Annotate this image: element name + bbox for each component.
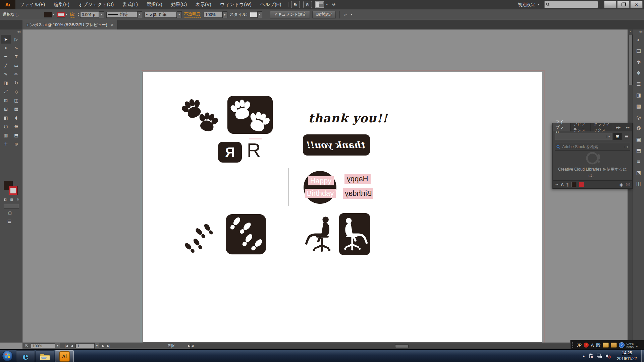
drag-handle-icon[interactable] (572, 342, 575, 348)
ime-options-icon[interactable]: ▼ (636, 345, 638, 348)
opacity-label[interactable]: 不透明度: (184, 11, 201, 18)
cursor-options-icon[interactable]: ➢ (343, 12, 347, 17)
ime-tools-icon[interactable] (603, 343, 609, 348)
artwork-empty-rectangle[interactable] (211, 168, 288, 206)
chevron-down-icon[interactable]: ▼ (257, 11, 262, 18)
style-swatch[interactable] (250, 12, 257, 17)
menu-type[interactable]: 書式(T) (118, 0, 142, 9)
tool-zoom[interactable]: ⊕ (11, 139, 21, 148)
menu-edit[interactable]: 編集(E) (49, 0, 74, 9)
artwork-thank-you-text[interactable]: thank you!! (308, 111, 388, 125)
width-profile-select[interactable]: 均等 (106, 12, 137, 18)
taskbar-clock[interactable]: 14:25 2016/11/22 (612, 350, 641, 362)
taskbar-explorer-button[interactable] (36, 350, 54, 362)
color-asset-swatch-brown[interactable] (571, 182, 576, 187)
first-artboard-icon[interactable]: |◀ (65, 344, 68, 348)
kana-indicator[interactable]: KANA (627, 345, 634, 348)
color-asset-swatch-red[interactable] (579, 182, 584, 187)
help-search-box[interactable] (544, 1, 598, 8)
chevron-down-icon[interactable]: ▼ (99, 11, 104, 18)
show-desktop-button[interactable] (641, 350, 644, 362)
chevron-down-icon[interactable]: ▼ (537, 3, 540, 6)
close-button[interactable]: ✕ (630, 1, 643, 8)
panel-stroke-icon[interactable]: ☰ (633, 78, 644, 89)
chevron-down-icon[interactable]: ▼ (65, 13, 68, 16)
chevron-down-icon[interactable]: ▼ (326, 3, 328, 6)
birthday-band[interactable]: Birthday (305, 189, 336, 198)
tool-perspective-grid[interactable]: ⊞ (1, 105, 11, 113)
paragraph-style-icon[interactable]: ¶ (567, 182, 569, 187)
artwork-footprints[interactable] (183, 220, 220, 255)
show-hidden-icons[interactable]: ▲ (582, 354, 585, 358)
mirrored-happy-band[interactable]: Happy (344, 174, 371, 184)
tool-width[interactable]: ◇ (11, 87, 21, 96)
minimize-button[interactable]: — (604, 1, 616, 8)
document-setup-button[interactable]: ドキュメント設定 (270, 11, 310, 18)
stroke-weight-label[interactable]: 線: (70, 11, 75, 18)
tool-magic-wand[interactable]: ✦ (1, 44, 11, 52)
panel-swatches-icon[interactable]: ▤ (633, 45, 644, 56)
brush-select[interactable]: • 5 pt. 丸筆 (145, 12, 177, 18)
panel-symbols-icon[interactable]: ❖ (633, 67, 644, 78)
ime-input-mode[interactable]: A (591, 343, 594, 348)
chevron-down-icon[interactable]: ▼ (625, 146, 629, 148)
chevron-down-icon[interactable]: ▼ (350, 13, 353, 16)
tool-pen[interactable]: ✒ (1, 52, 11, 61)
tool-lasso[interactable]: ∿ (11, 44, 21, 52)
tool-selection[interactable]: ➤ (1, 35, 11, 44)
menu-view[interactable]: 表示(V) (191, 0, 216, 9)
grid-view-button[interactable]: ⊞ (613, 133, 622, 140)
tool-shape-builder[interactable]: ◫ (11, 96, 21, 105)
search-input[interactable] (551, 2, 596, 7)
stroke-color-swatch[interactable] (57, 12, 65, 17)
stock-button[interactable]: St (303, 1, 312, 8)
export-icon[interactable]: ⇱ (25, 344, 28, 348)
start-button[interactable] (2, 350, 13, 362)
ime-minimize-icon[interactable]: — (636, 342, 638, 345)
panel-appearance-icon[interactable]: ◎ (633, 112, 644, 123)
tool-line-segment[interactable]: ╱ (1, 61, 11, 70)
artwork-paw-prints[interactable] (179, 97, 220, 132)
stroke-width-field[interactable]: 0.001 p (80, 12, 99, 18)
panel-transparency-icon[interactable]: ▩ (633, 101, 644, 112)
restore-button[interactable] (617, 1, 630, 8)
panel-layers-icon[interactable]: ▣ (633, 134, 644, 145)
chevron-down-icon[interactable]: ▼ (137, 11, 142, 18)
document-tab[interactable]: エンボス.ai @ 100% (RGB/GPU プレビュー) ✕ (22, 20, 117, 29)
panel-pathfinder-icon[interactable]: ⬔ (633, 167, 644, 178)
taskbar-ie-button[interactable]: e (16, 350, 35, 362)
scroll-left-icon[interactable]: ◀ (191, 344, 194, 348)
tool-eyedropper[interactable]: ⧫ (11, 113, 21, 122)
tool-hand[interactable]: ✛ (1, 139, 11, 148)
happy-band[interactable]: Happy (308, 176, 334, 185)
draw-mode-button[interactable] (4, 204, 19, 208)
panel-color-icon[interactable]: ◐ (633, 34, 644, 45)
mirrored-birthday-band[interactable]: Birthday (343, 188, 373, 199)
panel-graphic-styles-icon[interactable]: ❂ (633, 123, 644, 134)
menu-object[interactable]: オブジェクト(O) (74, 0, 118, 9)
collapse-dock-icon[interactable]: ◀◀ (0, 29, 22, 34)
menu-file[interactable]: ファイル(F) (15, 0, 49, 9)
delete-icon[interactable]: ⌧ (626, 182, 630, 187)
ime-language[interactable]: JP (577, 343, 582, 348)
sync-cc-icon[interactable]: ◉ (620, 182, 623, 187)
action-center-flag-icon[interactable] (588, 353, 594, 359)
tool-gradient[interactable]: ◧ (1, 113, 11, 122)
workspace-switcher[interactable]: 初期設定 (518, 2, 535, 8)
expand-panel-icon[interactable]: ▶▶ (613, 123, 623, 131)
tool-free-transform[interactable]: ⊡ (1, 96, 11, 105)
chevron-down-icon[interactable]: ▼ (55, 343, 60, 349)
graphic-style-icon[interactable]: ✑ (555, 182, 558, 187)
opacity-field[interactable]: 100% (204, 12, 222, 18)
vertical-scroll-thumb[interactable] (629, 34, 633, 85)
caps-indicator[interactable]: CAPS (627, 342, 634, 345)
preferences-button[interactable]: 環境設定 (312, 11, 336, 18)
color-mode-buttons[interactable]: ◧▩⊘ (2, 198, 21, 201)
artwork-r-text[interactable]: R (247, 139, 261, 161)
network-icon[interactable] (597, 353, 602, 359)
zoom-level-field[interactable]: 100% (31, 344, 55, 348)
tool-paintbrush[interactable]: ✎ (1, 70, 11, 78)
menu-select[interactable]: 選択(S) (142, 0, 167, 9)
tool-direct-selection[interactable]: ▷ (11, 35, 21, 44)
artboard-number-field[interactable]: 1 (75, 344, 94, 348)
